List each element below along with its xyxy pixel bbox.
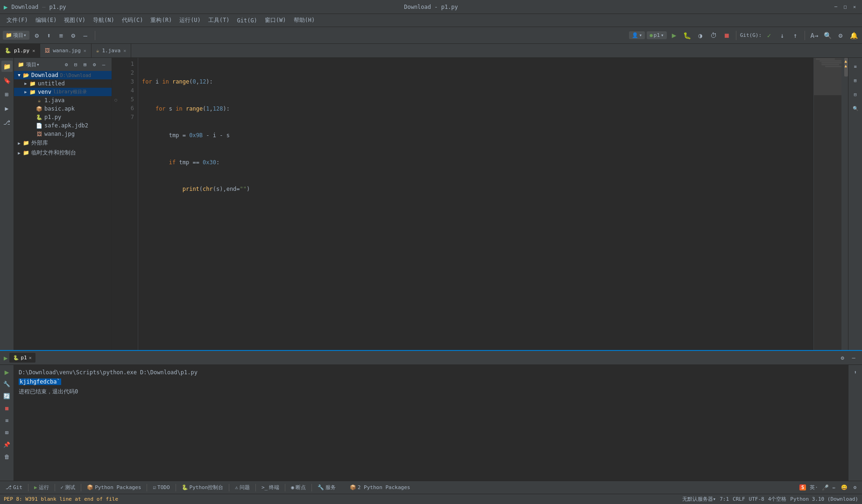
run-button[interactable]: ▶ — [669, 30, 680, 41]
status-indent[interactable]: 4个空格 — [768, 496, 787, 503]
tree-item-safeapkjdb2[interactable]: ▶ 📄 safe.apk.jdb2 — [14, 121, 112, 130]
menu-run[interactable]: 运行(U) — [176, 15, 205, 25]
sidebar-project-icon[interactable]: 📁 — [1, 61, 13, 72]
stop-button[interactable]: ⏹ — [721, 30, 732, 41]
tree-item-download[interactable]: ▼ 📂 Download D:\Download — [14, 71, 112, 79]
toolbar-btn-2[interactable]: ⬆ — [43, 30, 55, 41]
sidebar-git-icon[interactable]: ⎇ — [1, 117, 13, 128]
tree-item-basicapk[interactable]: ▶ 📦 basic.apk — [14, 105, 112, 113]
status-line-ending[interactable]: CRLF — [733, 496, 745, 503]
tree-header-label[interactable]: 项目▾ — [26, 61, 40, 68]
run-right-scroll[interactable]: ⬆ — [850, 367, 861, 377]
menu-edit[interactable]: 编辑(E) — [32, 15, 61, 25]
ime-mic-icon[interactable]: 🎤 — [822, 484, 829, 491]
debug-button[interactable]: 🐛 — [682, 30, 693, 41]
status-warning[interactable]: PEP 8: W391 blank line at end of file — [4, 496, 118, 502]
btoolbar-git[interactable]: ⎇ Git — [4, 483, 24, 491]
run-tab-close[interactable]: ✕ — [29, 355, 32, 360]
tab-wananjpg[interactable]: 🖼 wanan.jpg ✕ — [40, 44, 92, 57]
run-config-dropdown[interactable]: ● p1 ▾ — [647, 31, 667, 39]
menu-view[interactable]: 视图(V) — [60, 15, 89, 25]
tree-item-scratch[interactable]: ▶ 📁 临时文件和控制台 — [14, 148, 112, 158]
tab-wananjpg-close[interactable]: ✕ — [84, 48, 86, 53]
tree-filter-btn[interactable]: ⚙ — [90, 60, 99, 69]
menu-refactor[interactable]: 重构(R) — [147, 15, 176, 25]
toolbar-btn-1[interactable]: ⚙ — [31, 30, 42, 41]
user-dropdown[interactable]: 👤 ▾ — [629, 31, 645, 39]
run-rerun-icon[interactable]: 🔄 — [2, 391, 12, 401]
tree-item-wananjpg[interactable]: ▶ 🖼 wanan.jpg — [14, 130, 112, 138]
tree-item-venv[interactable]: ▶ 📁 venv library根目录 — [14, 88, 112, 96]
right-icon-3[interactable]: ⊟ — [850, 89, 861, 100]
menu-tools[interactable]: 工具(T) — [205, 15, 233, 25]
sidebar-bookmark-icon[interactable]: 🔖 — [1, 75, 13, 86]
btoolbar-terminal[interactable]: >_ 终端 — [260, 483, 281, 492]
toolbar-btn-4[interactable]: ⚙ — [68, 30, 79, 41]
minimize-button[interactable]: ─ — [832, 3, 840, 11]
tree-settings-btn[interactable]: ⚙ — [62, 60, 71, 69]
close-button[interactable]: ✕ — [851, 3, 858, 11]
toolbar-btn-3[interactable]: ≡ — [56, 30, 67, 41]
tab-1java-close[interactable]: ✕ — [123, 48, 126, 53]
search-button[interactable]: 🔍 — [822, 30, 833, 41]
run-panel-close[interactable]: – — [849, 353, 858, 363]
profile-button[interactable]: ⏱ — [708, 30, 719, 41]
tab-p1py-close[interactable]: ✕ — [32, 48, 35, 53]
tree-item-1java[interactable]: ▶ ☕ 1.java — [14, 96, 112, 105]
code-content[interactable]: for i in range(0,12): for s in range(1,1… — [138, 58, 813, 350]
run-debug-icon[interactable]: 🔧 — [2, 379, 12, 389]
python-packages-badge[interactable]: 📦 2 Python Packages — [348, 483, 412, 491]
tab-p1py[interactable]: 🐍 p1.py ✕ — [0, 44, 40, 57]
btoolbar-run[interactable]: ▶ 运行 — [32, 483, 51, 492]
git-check-button[interactable]: ✓ — [763, 30, 775, 41]
run-sort-icon[interactable]: ⊞ — [2, 427, 12, 438]
coverage-button[interactable]: ◑ — [695, 30, 706, 41]
run-stop-icon[interactable]: ■ — [2, 403, 12, 413]
toolbar-btn-5[interactable]: – — [80, 30, 91, 41]
maximize-button[interactable]: □ — [841, 3, 849, 11]
menu-file[interactable]: 文件(F) — [3, 15, 32, 25]
settings-button[interactable]: ⚙ — [835, 30, 846, 41]
menu-help[interactable]: 帮助(H) — [290, 15, 319, 25]
git-update-button[interactable]: ↓ — [777, 30, 788, 41]
tree-item-untitled[interactable]: ▶ 📁 untitled — [14, 79, 112, 88]
btoolbar-todo[interactable]: ☑ TODO — [151, 483, 171, 491]
btoolbar-test[interactable]: ✓ 测试 — [59, 483, 78, 492]
ime-handwrite-btn[interactable]: ✏ — [831, 484, 838, 491]
tree-layout-btn[interactable]: ⊟ — [71, 60, 80, 69]
right-icon-2[interactable]: ⊞ — [850, 75, 861, 86]
tree-item-external[interactable]: ▶ 📁 外部库 — [14, 138, 112, 148]
run-trash-icon[interactable]: 🗑 — [2, 452, 12, 462]
btoolbar-breakpoints[interactable]: ◉ 断点 — [289, 483, 308, 492]
run-panel-settings[interactable]: ⚙ — [838, 353, 847, 363]
btoolbar-python-console[interactable]: 🐍 Python控制台 — [180, 483, 226, 492]
ime-lang-btn[interactable]: 英· — [808, 483, 820, 491]
updates-button[interactable]: 🔔 — [848, 30, 859, 41]
run-list-icon[interactable]: ≡ — [2, 415, 12, 426]
sidebar-structure-icon[interactable]: ⊞ — [1, 89, 13, 100]
menu-git[interactable]: Git(G) — [233, 16, 261, 25]
run-play-icon[interactable]: ▶ — [2, 367, 12, 377]
translate-button[interactable]: A→ — [809, 30, 820, 41]
tree-close-btn[interactable]: – — [99, 60, 108, 69]
right-icon-1[interactable]: ≡ — [850, 61, 861, 72]
right-icon-4[interactable]: 🔍 — [850, 103, 861, 114]
status-server[interactable]: 无默认服务器▾ — [682, 496, 716, 503]
tree-item-p1py[interactable]: ▶ 🐍 p1.py — [14, 113, 112, 121]
btoolbar-problems[interactable]: ⚠ 问题 — [233, 483, 252, 492]
menu-nav[interactable]: 导航(N) — [89, 15, 118, 25]
status-encoding[interactable]: UTF-8 — [749, 496, 764, 503]
menu-code[interactable]: 代码(C) — [118, 15, 147, 25]
project-dropdown[interactable]: 📁 项目▾ — [3, 31, 29, 40]
menu-window[interactable]: 窗口(W) — [261, 15, 290, 25]
btoolbar-python-packages[interactable]: 📦 Python Packages — [85, 483, 143, 491]
ime-emoji-btn[interactable]: 😀 — [839, 484, 849, 491]
status-cursor[interactable]: 7:1 — [720, 496, 729, 503]
ime-logo[interactable]: S — [799, 484, 806, 490]
ime-settings-btn[interactable]: ⚙ — [851, 484, 858, 491]
sidebar-run-icon[interactable]: ▶ — [1, 103, 13, 114]
git-push-button[interactable]: ↑ — [790, 30, 801, 41]
btoolbar-services[interactable]: 🔧 服务 — [316, 483, 338, 492]
status-python-version[interactable]: Python 3.10 (Download) — [790, 496, 858, 503]
tree-collapse-btn[interactable]: ⊞ — [81, 60, 89, 69]
